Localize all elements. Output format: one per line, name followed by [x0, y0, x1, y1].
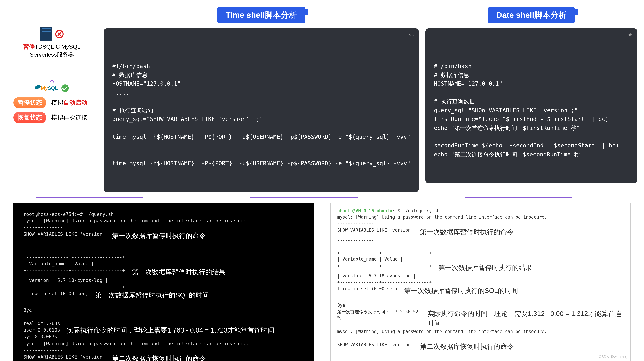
arrow-icon	[52, 61, 52, 83]
annotation: 实际执行命令的时间，理论上需要1.763 - 0.04 = 1.723才能算首连…	[67, 325, 274, 335]
date-shell-title: Date shell脚本分析	[488, 7, 575, 24]
time-terminal: root@hcss-ecs-e754:~# ./query.sh mysql: …	[14, 203, 314, 361]
annotation: 第二次数据库恢复时执行的命令	[112, 354, 206, 361]
time-code-content: #!/bin/bash # 数据库信息 HOSTNAME="127.0.0.1"…	[112, 62, 410, 168]
watermark: CSDN @wanmeijuhao	[599, 355, 636, 359]
annotation: 实际执行命令的时间，理论上需要1.312 - 0.00 = 1.312才能算首连…	[427, 309, 624, 328]
pause-state-pill: 暂停状态	[14, 97, 46, 108]
code-lang-label: sh	[628, 32, 632, 38]
date-shell-code: sh #!/bin/bash # 数据库信息 HOSTNAME="127.0.0…	[426, 29, 637, 183]
annotation: 第一次数据库暂停时执行的命令	[112, 231, 206, 240]
time-shell-code: sh #!/bin/bash # 数据库信息 HOSTNAME="127.0.0…	[104, 29, 419, 192]
annotation: 第二次数据库恢复时执行的命令	[420, 341, 514, 351]
date-terminal: ubuntu@VM-0-16-ubuntu:~$ ./datequery.sh …	[330, 203, 630, 361]
auto-start-text: 模拟自动启动	[51, 99, 88, 107]
annotation: 第一次数据库暂停时执行的SQL的时间	[95, 290, 209, 300]
reconnect-text: 模拟再次连接	[51, 114, 88, 122]
date-code-content: #!/bin/bash # 数据库信息 HOSTNAME="127.0.0.1"…	[434, 62, 629, 159]
annotation: 第一次数据库暂停时执行的结果	[132, 267, 226, 277]
annotation: 第一次数据库暂停时执行的SQL的时间	[404, 286, 518, 295]
success-icon	[62, 85, 69, 92]
section-divider	[7, 197, 637, 198]
server-caption: 暂停TDSQL-C MySQL Serverless服务器	[24, 43, 80, 59]
left-diagram: 暂停TDSQL-C MySQL Serverless服务器 MySQL 暂停状态…	[7, 7, 97, 192]
error-icon	[55, 30, 64, 38]
resume-state-pill: 恢复状态	[14, 112, 46, 123]
annotation: 第一次数据库暂停时执行的结果	[438, 263, 532, 272]
server-icon	[40, 27, 52, 41]
time-shell-title: Time shell脚本分析	[217, 7, 305, 24]
code-lang-label: sh	[409, 32, 414, 38]
annotation: 第一次数据库暂停时执行的命令	[420, 227, 514, 237]
mysql-logo: MySQL	[35, 85, 58, 91]
